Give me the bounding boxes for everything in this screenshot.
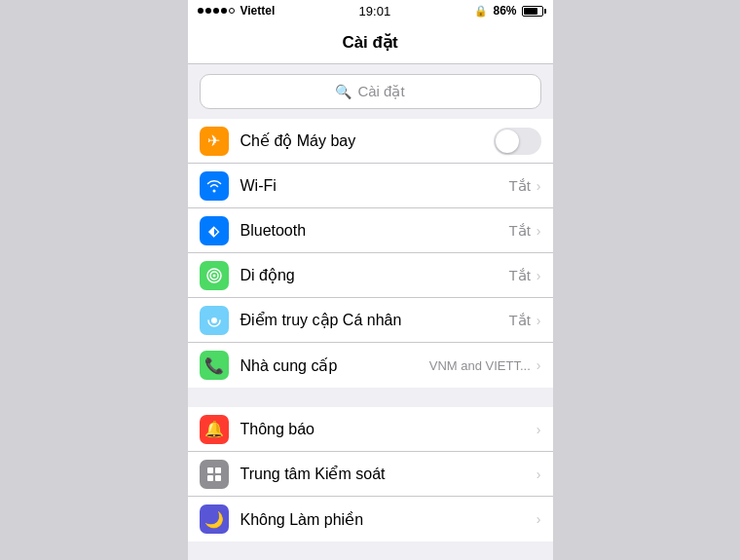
airplane-icon: ✈ [200, 127, 229, 156]
search-bar[interactable]: 🔍 Cài đặt [200, 74, 541, 109]
svg-rect-4 [207, 467, 213, 473]
cellular-icon [200, 261, 229, 290]
do-not-disturb-label: Không Làm phiền [240, 510, 536, 529]
phone-container: Viettel 19:01 🔒 86% Cài đặt 🔍 Cài đặt ✈ … [188, 0, 553, 560]
notifications-chevron: › [536, 422, 541, 437]
carrier-value: VNM and VIETT... [429, 358, 531, 373]
cellular-value: Tắt [508, 267, 530, 284]
cellular-chevron: › [536, 268, 541, 283]
lock-icon: 🔒 [474, 5, 488, 18]
wifi-value: Tắt [508, 177, 530, 195]
signal-dots [198, 8, 235, 14]
search-container: 🔍 Cài đặt [188, 64, 553, 119]
hotspot-value: Tắt [508, 312, 530, 329]
bluetooth-label: Bluetooth [240, 222, 509, 240]
svg-rect-6 [207, 475, 213, 481]
settings-item-carrier[interactable]: 📞 Nhà cung cấp VNM and VIETT... › [188, 343, 553, 388]
status-left: Viettel [198, 4, 276, 18]
bluetooth-icon: ⬖ [200, 216, 229, 245]
hotspot-chevron: › [536, 313, 541, 328]
carrier-label: Viettel [240, 4, 276, 18]
battery-fill [524, 8, 537, 15]
search-placeholder: Cài đặt [357, 83, 404, 100]
settings-item-hotspot[interactable]: Điểm truy cập Cá nhân Tắt › [188, 298, 553, 343]
hotspot-icon [200, 306, 229, 335]
airplane-toggle-knob [496, 130, 519, 153]
dot3 [213, 8, 219, 14]
nav-title: Cài đặt [342, 32, 397, 53]
settings-group-notifications: 🔔 Thông báo › Trung tâm Kiểm soát › [188, 407, 553, 541]
svg-point-2 [212, 274, 215, 277]
control-center-label: Trung tâm Kiểm soát [240, 465, 536, 483]
control-center-icon [200, 460, 229, 489]
airplane-toggle[interactable] [494, 128, 541, 155]
settings-content: ✈ Chế độ Máy bay Wi-Fi Tắt › [188, 119, 553, 560]
dot1 [198, 8, 204, 14]
nav-bar: Cài đặt [188, 21, 553, 64]
wifi-icon [200, 171, 229, 201]
cellular-label: Di động [240, 266, 509, 284]
settings-item-cellular[interactable]: Di động Tắt › [188, 253, 553, 298]
notifications-icon: 🔔 [200, 415, 229, 444]
battery-icon [522, 6, 543, 17]
notifications-label: Thông báo [240, 421, 536, 438]
carrier-chevron: › [536, 357, 541, 373]
carrier-label: Nhà cung cấp [240, 356, 429, 375]
settings-item-bluetooth[interactable]: ⬖ Bluetooth Tắt › [188, 208, 553, 253]
settings-item-notifications[interactable]: 🔔 Thông báo › [188, 407, 553, 452]
svg-rect-5 [215, 467, 221, 473]
settings-item-airplane[interactable]: ✈ Chế độ Máy bay [188, 119, 553, 164]
settings-group-connectivity: ✈ Chế độ Máy bay Wi-Fi Tắt › [188, 119, 553, 388]
battery-percent: 86% [493, 4, 516, 18]
do-not-disturb-chevron: › [536, 511, 541, 527]
dot4 [221, 8, 227, 14]
bluetooth-chevron: › [536, 223, 541, 239]
hotspot-label: Điểm truy cập Cá nhân [240, 311, 509, 329]
bluetooth-value: Tắt [508, 222, 530, 240]
control-center-chevron: › [536, 467, 541, 482]
svg-point-3 [211, 317, 217, 323]
status-right: 🔒 86% [474, 4, 542, 18]
settings-item-wifi[interactable]: Wi-Fi Tắt › [188, 164, 553, 208]
wifi-label: Wi-Fi [240, 177, 509, 195]
do-not-disturb-icon: 🌙 [200, 504, 229, 534]
settings-item-do-not-disturb[interactable]: 🌙 Không Làm phiền › [188, 497, 553, 541]
svg-rect-7 [215, 475, 221, 481]
carrier-icon: 📞 [200, 351, 229, 380]
dot2 [205, 8, 211, 14]
search-icon: 🔍 [335, 84, 352, 99]
status-time: 19:01 [359, 4, 391, 19]
airplane-label: Chế độ Máy bay [240, 131, 494, 150]
status-bar: Viettel 19:01 🔒 86% [188, 0, 553, 21]
settings-item-control-center[interactable]: Trung tâm Kiểm soát › [188, 452, 553, 497]
dot5 [229, 8, 235, 14]
wifi-chevron: › [536, 178, 541, 194]
